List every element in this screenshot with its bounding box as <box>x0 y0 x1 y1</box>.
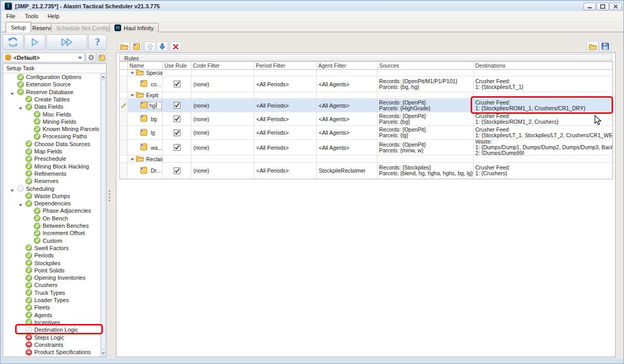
rules-row-wa-[interactable]: wa...(none)<All Periods><All Agents>Reco… <box>120 140 613 155</box>
tree-item-stockpiles[interactable]: Stockpiles <box>4 259 100 267</box>
tree-item-mining-block-hacking[interactable]: Mining Block Hacking <box>4 163 100 170</box>
name-cell[interactable]: lg <box>128 126 163 140</box>
tree-item-dependencies[interactable]: Dependencies <box>4 200 100 207</box>
tree-item-destination-logic[interactable]: Destination Logic <box>4 326 100 333</box>
tree-item-on-bench[interactable]: On Bench <box>4 215 100 222</box>
code-filter-cell[interactable]: (none) <box>191 76 254 92</box>
destinations-cell[interactable]: Crusher Feed:1: {Stockpiles/ROM1_2, Crus… <box>474 112 613 126</box>
tree-item-point-solids[interactable]: Point Solids <box>4 267 100 274</box>
settings-button[interactable] <box>86 53 96 62</box>
column-header-use-rule[interactable]: Use Rule <box>163 62 191 70</box>
tree-item-steps-logic[interactable]: Steps Logic <box>4 334 100 341</box>
tab-setup[interactable]: Setup <box>6 22 31 32</box>
code-filter-cell[interactable]: (none) <box>191 163 254 179</box>
rules-row-co-[interactable]: co...(none)<All Periods><All Agents>Reco… <box>120 76 613 92</box>
tree-item-partial-item[interactable] <box>4 356 100 356</box>
sources-cell[interactable]: Records: {OpenPit/M1/P1/P101}Parcels: {b… <box>378 76 474 92</box>
use-rule-checkbox[interactable] <box>163 99 191 112</box>
destinations-cell[interactable]: Crusher Feed:1: {Stockpiles/LT_1} <box>474 76 613 92</box>
tree-item-misc-fields[interactable]: Misc Fields <box>4 111 100 118</box>
column-header-sources[interactable]: Sources <box>378 62 474 70</box>
tree-item-between-benches[interactable]: Between Benches <box>4 222 100 229</box>
tree-item-custom[interactable]: Custom <box>4 237 100 244</box>
sources-cell[interactable]: Records: {Stockpiles}Parcels: {blend, hg… <box>378 163 474 179</box>
name-cell[interactable]: wa... <box>128 140 163 155</box>
tree-item-preschedule[interactable]: Preschedule <box>4 155 100 162</box>
close-button[interactable] <box>609 3 622 10</box>
notes-button[interactable] <box>97 53 107 62</box>
use-rule-checkbox[interactable] <box>163 126 191 140</box>
run-button[interactable] <box>24 34 45 50</box>
agent-filter-cell[interactable]: StockpileReclaimer <box>317 163 378 179</box>
period-filter-cell[interactable]: <All Periods> <box>254 140 317 155</box>
destinations-cell[interactable]: Crusher Feed:1: {Crushers} <box>474 163 613 179</box>
tree-item-periods[interactable]: Periods <box>4 252 100 259</box>
name-editor[interactable]: hg <box>148 101 162 109</box>
tree-item-truck-types[interactable]: Truck Types <box>4 289 100 296</box>
tree-item-refinements[interactable]: Refinements <box>4 170 100 177</box>
rules-group-reclaim[interactable]: Reclaim <box>120 155 613 163</box>
group-name-cell[interactable]: Expit <box>128 92 163 99</box>
group-name-cell[interactable]: Reclaim <box>128 155 163 163</box>
tab-haul-infinity[interactable]: Haul Infinity <box>109 23 159 32</box>
destinations-cell[interactable]: Crusher Feed:1: {Stockpiles/ROM1_1, Crus… <box>474 99 613 112</box>
code-filter-cell[interactable]: (none) <box>191 126 254 140</box>
tree-item-constraints[interactable]: Constraints <box>4 341 100 348</box>
column-header-period-filter[interactable]: Period Filter <box>254 62 317 70</box>
menu-file[interactable]: File <box>2 11 20 21</box>
tree-item-phase-adjacencies[interactable]: Phase Adjacencies <box>4 207 100 214</box>
sources-cell[interactable]: Records: {OpenPit}Parcels: {HighGrade} <box>378 99 474 112</box>
delete-rule-button[interactable] <box>170 42 181 51</box>
rules-row-bg[interactable]: bg(none)<All Periods><All Agents>Records… <box>120 112 613 126</box>
agent-filter-cell[interactable]: <All Agents> <box>317 140 378 155</box>
tree-item-product-specifications[interactable]: Product Specifications <box>4 348 100 356</box>
name-cell[interactable]: bg <box>128 112 163 126</box>
profile-combobox[interactable]: <Default> <box>3 53 85 62</box>
tree-item-reserve-database[interactable]: Reserve Database <box>4 88 100 96</box>
tree-scrollbar[interactable] <box>100 73 106 356</box>
code-filter-cell[interactable]: (none) <box>191 99 254 112</box>
period-filter-cell[interactable]: <All Periods> <box>254 112 317 126</box>
refresh-button[interactable] <box>3 34 23 50</box>
menu-help[interactable]: Help <box>43 11 64 21</box>
tree-item-opening-inventories[interactable]: Opening Inventories <box>4 274 100 281</box>
tree-item-extension-source[interactable]: Extension Source <box>4 81 100 88</box>
sources-cell[interactable]: Records: {OpenPit}Parcels: {bg} <box>378 112 474 126</box>
period-filter-cell[interactable]: <All Periods> <box>254 126 317 140</box>
maximize-button[interactable] <box>596 3 609 10</box>
name-cell[interactable]: hg <box>128 99 163 112</box>
column-header-code-filter[interactable]: Code Filter <box>191 62 254 70</box>
column-header-name[interactable]: Name <box>128 62 163 70</box>
tree-item-swell-factors[interactable]: Swell Factors <box>4 244 100 252</box>
help-button[interactable]: ? <box>88 34 107 50</box>
use-rule-checkbox[interactable] <box>163 76 191 92</box>
open-folder-button[interactable] <box>587 41 599 51</box>
name-cell[interactable]: Dr... <box>128 163 163 179</box>
sources-cell[interactable]: Records: {OpenPit}Parcels: {minw, w} <box>378 140 474 155</box>
rules-row-lg[interactable]: lg(none)<All Periods><All Agents>Records… <box>120 126 613 140</box>
group-name-cell[interactable]: Specials <box>128 70 163 76</box>
scroll-down-button[interactable] <box>101 350 106 356</box>
period-filter-cell[interactable]: <All Periods> <box>254 163 317 179</box>
period-filter-cell[interactable]: <All Periods> <box>254 99 317 112</box>
tree-item-increment-offset[interactable]: Increment Offset <box>4 229 100 237</box>
tree-item-fleets[interactable]: Fleets <box>4 304 100 311</box>
move-down-button[interactable] <box>157 42 168 51</box>
expander-icon[interactable] <box>131 156 134 162</box>
tree-item-loader-types[interactable]: Loader Types <box>4 296 100 304</box>
destinations-cell[interactable]: Waste:1: {Dumps/Dump1, Dumps/Dump2, Dump… <box>474 140 613 155</box>
panel-splitter[interactable] <box>107 32 116 358</box>
tree-item-choose-data-sources[interactable]: Choose Data Sources <box>4 140 100 148</box>
rules-row-dr-[interactable]: Dr...(none)<All Periods>StockpileReclaim… <box>120 163 613 179</box>
code-filter-cell[interactable]: (none) <box>191 112 254 126</box>
agent-filter-cell[interactable]: <All Agents> <box>317 76 378 92</box>
minimize-button[interactable] <box>583 3 596 10</box>
tree-item-agents[interactable]: Agents <box>4 311 100 319</box>
rules-row-hg[interactable]: hg(none)<All Periods><All Agents>Records… <box>120 99 613 112</box>
move-up-button[interactable] <box>145 42 156 51</box>
agent-filter-cell[interactable]: <All Agents> <box>317 126 378 140</box>
period-filter-cell[interactable]: <All Periods> <box>254 76 317 92</box>
rules-group-specials[interactable]: Specials <box>120 70 613 76</box>
column-header-agent-filter[interactable]: Agent Filter <box>317 62 378 70</box>
new-rule-button[interactable] <box>131 42 142 51</box>
